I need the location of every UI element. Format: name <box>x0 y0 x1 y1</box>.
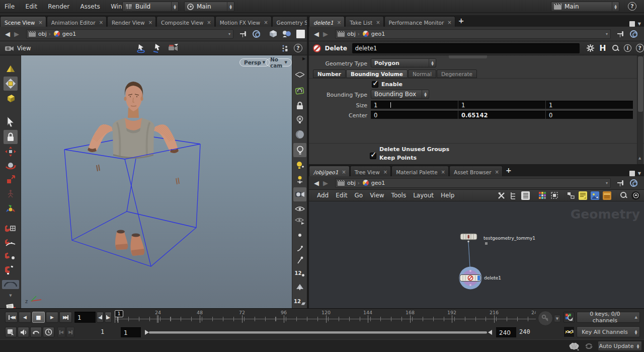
pane-window-controls[interactable]: ▼ <box>629 171 644 176</box>
close-icon[interactable]: × <box>441 169 445 175</box>
prim-markers-icon[interactable] <box>294 281 306 293</box>
close-icon[interactable]: × <box>207 20 211 25</box>
scale-tool-icon[interactable] <box>4 173 18 186</box>
jump-to-start-button[interactable]: ◀◀ <box>5 312 18 323</box>
close-icon[interactable]: × <box>38 20 42 25</box>
tab-scene-view[interactable]: Scene View× <box>0 16 46 27</box>
snap-multi-icon[interactable] <box>4 264 18 277</box>
folder-tab-number[interactable]: Number <box>313 69 346 78</box>
current-frame-marker[interactable]: 1 <box>115 310 123 317</box>
param-scrollbar[interactable]: ▲ <box>637 55 643 164</box>
snap-point-icon[interactable] <box>4 250 18 263</box>
translate-tool-icon[interactable] <box>4 145 18 158</box>
bounding-type-spinner[interactable]: ▲▼ <box>422 90 429 98</box>
pin-icon[interactable] <box>617 30 625 37</box>
network-canvas[interactable]: Geometry test <box>309 201 644 308</box>
select-arrow-icon[interactable] <box>4 115 18 129</box>
node-label-delete1[interactable]: delete1 <box>484 275 501 280</box>
snapshot-cube-icon[interactable] <box>268 29 278 38</box>
select-geometry-mode-icon[interactable] <box>4 77 18 91</box>
size-z-field[interactable]: 1 <box>546 101 633 109</box>
network-color-palette-icon[interactable] <box>538 191 546 200</box>
network-tools-icon[interactable] <box>497 191 506 200</box>
info-icon[interactable]: i <box>624 44 631 52</box>
set-key-button[interactable] <box>538 311 553 326</box>
background-image-icon[interactable] <box>591 191 599 200</box>
prim-numbers-icon[interactable]: 12 <box>294 295 306 307</box>
normal-lighting-icon[interactable] <box>293 143 306 157</box>
pane-maximize-icon[interactable] <box>629 171 635 176</box>
vertex-markers-icon[interactable] <box>294 255 306 266</box>
bounding-type-select[interactable]: Bounding Box ▲▼ <box>371 90 429 99</box>
network-shapes-icon[interactable] <box>550 191 558 200</box>
lock-camera-icon[interactable] <box>294 100 306 112</box>
tab-composite-view[interactable]: Composite View× <box>156 16 215 27</box>
tab-tree-view[interactable]: Tree View× <box>350 166 391 176</box>
scrollbar-thumb[interactable] <box>638 56 643 112</box>
param-path-field[interactable]: obj › geo1 ▾ <box>335 29 611 39</box>
forward-icon[interactable]: ▶ <box>321 179 330 187</box>
main-help-icon[interactable]: ? <box>628 2 636 11</box>
back-icon[interactable]: ◀ <box>312 30 321 38</box>
pane-menu-icon[interactable]: ▼ <box>638 171 641 176</box>
step-forward-button[interactable]: ▶ <box>105 312 112 323</box>
path-node[interactable]: geo1 <box>371 31 385 37</box>
jump-to-end-button[interactable]: ▶▶ <box>59 312 72 323</box>
node-wire[interactable] <box>468 242 470 267</box>
global-range-start[interactable]: 1 <box>101 328 104 335</box>
size-y-field[interactable]: 1 <box>458 101 545 109</box>
point-numbers-icon[interactable]: 12 <box>294 267 306 279</box>
sticky-note-icon[interactable] <box>579 191 587 200</box>
node-label-testgeometry[interactable]: testgeometry_tommy1 <box>484 236 535 241</box>
path-node[interactable]: geo1 <box>62 31 76 37</box>
recook-refresh-icon[interactable] <box>583 341 595 351</box>
timeline-ruler[interactable]: 24 48 72 96 120 144 168 192 216 240 1 <box>115 309 536 326</box>
menu-file[interactable]: File <box>0 0 19 10</box>
close-icon[interactable]: × <box>99 20 103 25</box>
delete-node-icon[interactable] <box>313 44 321 52</box>
folder-tab-bounding-volume[interactable]: Bounding Volume <box>346 69 408 78</box>
radial-menu-selector[interactable]: Main ▲▼ <box>551 2 619 12</box>
path-node[interactable]: geo1 <box>371 180 385 186</box>
realtime-toggle-icon[interactable] <box>43 327 54 337</box>
headlight-icon[interactable] <box>294 128 306 140</box>
playbar-options-icon[interactable] <box>5 327 17 337</box>
play-forward-button[interactable]: ▶ <box>46 312 58 323</box>
select-tool-icon[interactable] <box>151 42 164 54</box>
pane-window-controls[interactable]: ▼ <box>629 21 644 27</box>
menu-assets[interactable]: Assets <box>76 0 105 10</box>
enable-checkbox[interactable]: ✓ <box>372 81 378 88</box>
tab-delete1[interactable]: delete1× <box>309 16 345 27</box>
back-icon[interactable]: ◀ <box>312 179 321 187</box>
center-z-field[interactable]: 0 <box>546 111 633 119</box>
show-primitives-icon[interactable] <box>4 92 18 105</box>
close-icon[interactable]: × <box>447 20 451 25</box>
close-icon[interactable]: × <box>342 169 346 175</box>
playback-range-slider[interactable] <box>144 329 493 335</box>
network-menu-tools[interactable]: Tools <box>391 192 407 199</box>
tab-take-list[interactable]: Take List× <box>345 16 383 27</box>
tab-motion-fx-view[interactable]: Motion FX View× <box>215 16 272 27</box>
layers-icon[interactable] <box>294 69 306 82</box>
display-options-icon[interactable] <box>280 43 291 54</box>
shelf-set-spinner[interactable]: ▲▼ <box>227 2 234 11</box>
handles-tool-icon[interactable] <box>4 202 18 217</box>
snap-curve-icon[interactable] <box>4 236 18 249</box>
follow-selection-icon[interactable] <box>253 30 260 38</box>
path-root[interactable]: obj <box>347 31 356 37</box>
close-icon[interactable]: × <box>337 20 341 25</box>
loop-mode-icon[interactable] <box>30 327 42 337</box>
desktop-selector[interactable]: Build ▲▼ <box>122 2 179 12</box>
houdini-logo-icon[interactable]: H <box>599 43 606 53</box>
view-orbit-icon[interactable] <box>135 42 148 54</box>
close-icon[interactable]: × <box>148 20 152 25</box>
geometry-type-select[interactable]: Polygon ▲▼ <box>371 58 436 67</box>
close-icon[interactable]: × <box>264 20 268 25</box>
network-menu-go[interactable]: Go <box>354 192 363 199</box>
keyframe-mode-icon[interactable] <box>564 326 575 337</box>
current-frame-field[interactable]: 1 <box>74 312 96 323</box>
pin-icon[interactable] <box>239 30 248 37</box>
auto-update-spinner[interactable]: ▲▼ <box>634 341 641 350</box>
new-tab-button[interactable]: + <box>503 166 514 176</box>
point-markers-icon[interactable] <box>294 231 306 240</box>
